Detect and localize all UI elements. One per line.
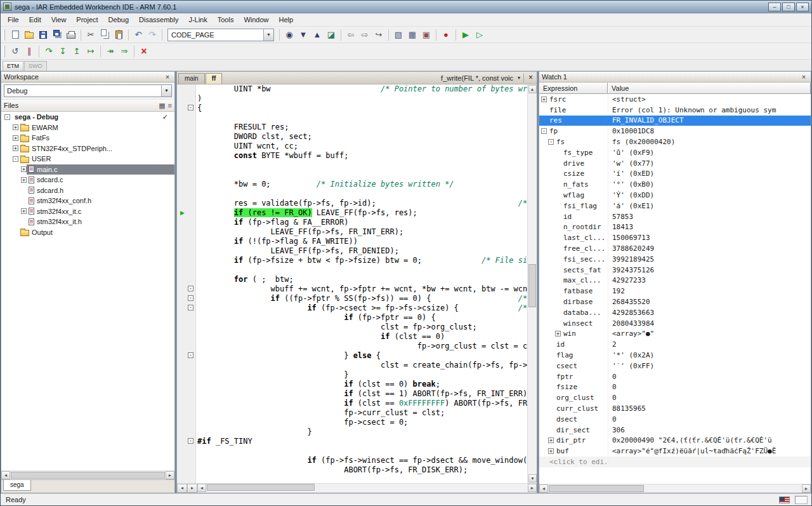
- workspace-tab-sega[interactable]: sega: [3, 480, 31, 491]
- watch-row-n_fats[interactable]: n_fats'°' (0xB0): [539, 179, 811, 190]
- watch-row-fsi_sec[interactable]: fsi_sec...3992189425: [539, 254, 811, 265]
- code-line[interactable]: LEAVE_FF(fp->fs, FR_INT_ERR);: [177, 227, 527, 237]
- watch-row-last_cl[interactable]: last_cl...150069713: [539, 232, 811, 243]
- plus-expand-icon[interactable]: +: [21, 177, 27, 183]
- scroll-left-icon[interactable]: ◄: [197, 484, 206, 492]
- menu-project[interactable]: Project: [71, 14, 103, 25]
- workspace-item-sega-debug[interactable]: -sega - Debug✓: [1, 112, 174, 123]
- next-statement-icon[interactable]: ↦: [84, 44, 98, 58]
- watch-row-csect[interactable]: csect'˙' (0xFF): [539, 361, 811, 371]
- redo-icon[interactable]: ↷: [145, 28, 159, 41]
- code-margin[interactable]: [177, 237, 196, 246]
- minus-expand-icon[interactable]: -: [548, 139, 554, 145]
- watch-expression-cell[interactable]: fsi_flag: [539, 201, 608, 211]
- copy-icon[interactable]: [98, 28, 112, 41]
- tab-list-back-button[interactable]: ◂: [177, 484, 187, 493]
- code-line[interactable]: if (clst == 1) ABORT(fp->fs, FR_INT_ERR)…: [177, 389, 527, 399]
- watch-expression-cell[interactable]: n_rootdir: [539, 222, 608, 233]
- watch-row-clicktoedi[interactable]: <click to edi...: [539, 456, 811, 467]
- code-margin[interactable]: [177, 94, 196, 103]
- watch-expression-cell[interactable]: fsize: [539, 382, 608, 393]
- watch-row-res[interactable]: resFR_INVALID_OBJECT: [539, 116, 811, 126]
- cut-icon[interactable]: ✂: [84, 28, 98, 41]
- scrollbar-thumb[interactable]: [549, 485, 644, 492]
- workspace-item-main-c[interactable]: +main.c: [1, 164, 174, 175]
- plus-expand-icon[interactable]: +: [21, 166, 27, 172]
- workspace-item-fatfs[interactable]: +FatFs: [1, 133, 174, 143]
- code-margin[interactable]: [177, 332, 196, 342]
- watch-expression-cell[interactable]: drive: [539, 158, 608, 169]
- code-margin[interactable]: [177, 180, 196, 189]
- workspace-close-icon[interactable]: ×: [163, 73, 172, 81]
- fold-marker-icon[interactable]: -: [188, 295, 193, 301]
- watch-expression-cell[interactable]: flag: [539, 350, 608, 361]
- watch-row-buf[interactable]: +buf<array>"é"@fIxź)ëüäŕ|uĺ~ŧaďhäćFąŽ'FZ…: [539, 446, 811, 456]
- watch-row-dirbase[interactable]: dirbase268435520: [539, 296, 811, 307]
- watch-expression-cell[interactable]: last_cl...: [539, 232, 608, 243]
- watch-row-n_rootdir[interactable]: n_rootdir18413: [539, 222, 811, 233]
- code-line[interactable]: LEAVE_FF(fp->fs, FR_DENIED);: [177, 246, 527, 256]
- code-line[interactable]: if (fp->fs->winsect == fp->dsect && move…: [177, 456, 527, 465]
- code-line[interactable]: [177, 161, 527, 170]
- code-line[interactable]: -#if _FS_TINY: [177, 437, 527, 446]
- code-line[interactable]: ): [177, 94, 527, 103]
- menu-debug[interactable]: Debug: [103, 14, 134, 25]
- watch-row-winsect[interactable]: winsect2080433984: [539, 318, 811, 329]
- workspace-item-sdcard-h[interactable]: sdcard.h: [1, 185, 174, 196]
- tab-list-forward-button[interactable]: ▸: [187, 484, 197, 493]
- fold-marker-icon[interactable]: -: [188, 305, 193, 310]
- trace-tab-etm[interactable]: ETM: [3, 61, 23, 70]
- code-line[interactable]: UINT wcnt, cc;: [177, 142, 527, 151]
- workspace-item-user[interactable]: -USER: [1, 154, 174, 164]
- undo-icon[interactable]: ↶: [131, 28, 145, 41]
- code-line[interactable]: clst = create_chain(fp->fs, fp->cu: [177, 361, 527, 370]
- code-line[interactable]: if (fp->flag & FA__ERROR): [177, 218, 527, 227]
- watch-expression-cell[interactable]: free_cl...: [539, 243, 608, 254]
- code-line[interactable]: - if ((fp->fptr % SS(fp->fs)) == 0) { /*: [177, 294, 527, 303]
- debug-without-downloading-icon[interactable]: ▷: [473, 28, 487, 41]
- watch-expression-cell[interactable]: id: [539, 339, 608, 350]
- code-margin[interactable]: [177, 313, 196, 323]
- print-icon[interactable]: [64, 28, 78, 41]
- watch-row-fsize[interactable]: fsize0: [539, 382, 811, 393]
- watch-expression-cell[interactable]: dir_sect: [539, 425, 608, 436]
- watch-expression-cell[interactable]: fsi_sec...: [539, 254, 608, 265]
- watch-expression-cell[interactable]: winsect: [539, 318, 608, 329]
- fold-marker-icon[interactable]: -: [188, 438, 193, 444]
- menu-help[interactable]: Help: [274, 14, 299, 25]
- plus-expand-icon[interactable]: +: [548, 448, 554, 454]
- code-margin[interactable]: [177, 370, 196, 380]
- code-line[interactable]: UINT *bw /* Pointer to number of bytes w…: [177, 84, 527, 94]
- watch-row-free_cl[interactable]: free_cl...3788620249: [539, 243, 811, 254]
- code-margin[interactable]: [177, 123, 196, 132]
- watch-row-curr_clust[interactable]: curr_clust88135965: [539, 403, 811, 414]
- watch-row-max_cl[interactable]: max_cl...42927233: [539, 276, 811, 286]
- code-line[interactable]: if (clst == 0xFFFFFFFF) ABORT(fp->fs, FR…: [177, 399, 527, 408]
- watch-expression-cell[interactable]: curr_clust: [539, 403, 608, 414]
- watch-row-wflag[interactable]: wflag'Ý' (0xDD): [539, 190, 811, 201]
- editor-vscrollbar[interactable]: ▲ ▼: [527, 84, 537, 483]
- code-area[interactable]: UINT *bw /* Pointer to number of bytes w…: [177, 84, 527, 483]
- watch-expression-cell[interactable]: res: [539, 116, 608, 126]
- download-and-debug-icon[interactable]: ▶: [459, 28, 473, 41]
- code-margin[interactable]: ►: [177, 208, 196, 218]
- code-line[interactable]: [177, 446, 527, 456]
- trace-tab-swo[interactable]: SWO: [24, 61, 47, 70]
- navigate-back-icon[interactable]: ⇦: [344, 28, 358, 41]
- scrollbar-thumb[interactable]: [207, 484, 315, 491]
- watch-close-icon[interactable]: ×: [799, 73, 808, 81]
- workspace-item-stm32f4xx-it-c[interactable]: +stm32f4xx_it.c: [1, 206, 174, 217]
- code-margin[interactable]: [177, 265, 196, 275]
- workspace-item-ewarm[interactable]: +EWARM: [1, 123, 174, 133]
- code-line[interactable]: - if (fp->csect >= fp->fs->csize) { /*: [177, 303, 527, 313]
- code-margin[interactable]: [177, 275, 196, 284]
- break-icon[interactable]: ∥: [22, 44, 36, 58]
- code-line[interactable]: fp->csect = 0;: [177, 418, 527, 427]
- stop-build-icon[interactable]: ▣: [419, 28, 433, 41]
- plus-expand-icon[interactable]: +: [548, 437, 554, 443]
- code-page-combo[interactable]: CODE_PAGE ▼: [167, 29, 274, 41]
- new-document-icon[interactable]: [8, 28, 22, 41]
- code-line[interactable]: [177, 170, 527, 180]
- code-line[interactable]: if (fp->fsize + btw < fp->fsize) btw = 0…: [177, 256, 527, 265]
- code-margin[interactable]: [177, 446, 196, 456]
